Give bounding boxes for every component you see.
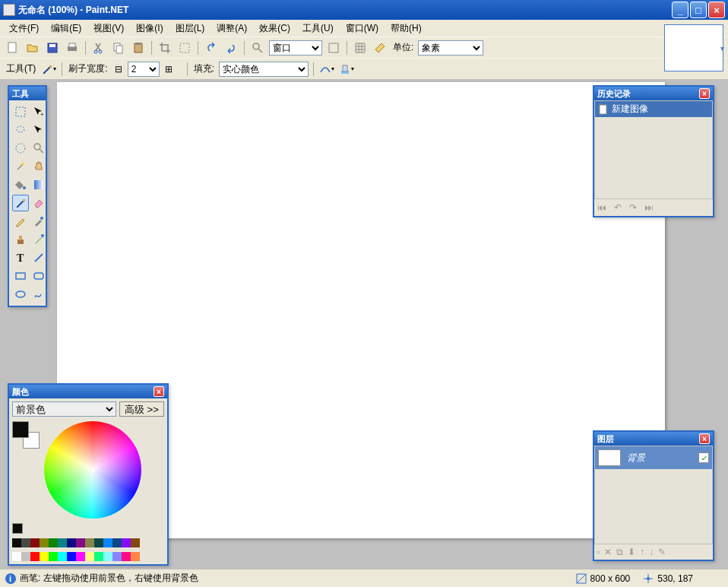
layer-duplicate-button[interactable]: ⧉	[616, 547, 623, 557]
palette-swatch[interactable]	[67, 538, 76, 547]
palette-swatch[interactable]	[103, 552, 112, 561]
menu-view[interactable]: 视图(V)	[87, 21, 130, 36]
tool-pan[interactable]	[30, 158, 47, 175]
tool-magic-wand[interactable]	[12, 158, 29, 175]
brush-decrease-button[interactable]: ⊟	[112, 61, 125, 78]
palette-swatch[interactable]	[103, 538, 112, 547]
layer-up-button[interactable]: ↑	[640, 547, 644, 557]
tool-lasso[interactable]	[12, 122, 29, 138]
tool-zoom[interactable]	[30, 140, 47, 157]
zoom-icon[interactable]	[249, 40, 266, 56]
tool-line[interactable]	[30, 249, 47, 266]
tool-move-selection[interactable]: +	[30, 103, 47, 120]
history-rewind-button[interactable]: ⏮	[597, 202, 606, 213]
palette-swatch[interactable]	[30, 552, 40, 561]
current-tool-icon[interactable]: ▾	[40, 61, 57, 78]
layer-down-button[interactable]: ↓	[649, 547, 654, 557]
palette-swatch[interactable]	[122, 538, 131, 547]
layer-merge-button[interactable]: ⬇	[628, 547, 635, 557]
palette-swatch[interactable]	[40, 552, 49, 561]
palette-swatch[interactable]	[76, 552, 85, 561]
paste-button[interactable]	[130, 40, 147, 56]
deselect-button[interactable]	[176, 40, 193, 56]
colors-panel-title[interactable]: 颜色 ×	[9, 385, 167, 398]
history-undo-button[interactable]: ↶	[614, 202, 622, 213]
palette-swatch[interactable]	[85, 538, 94, 547]
open-button[interactable]	[24, 40, 41, 56]
tool-rectangle[interactable]	[12, 268, 29, 284]
units-select[interactable]: 象素	[418, 40, 483, 56]
tool-ellipse-select[interactable]	[12, 140, 29, 157]
grid-button[interactable]	[352, 40, 369, 56]
color-wheel-picker[interactable]	[91, 468, 96, 473]
minimize-button[interactable]: _	[672, 2, 688, 18]
menu-edit[interactable]: 编辑(E)	[45, 21, 87, 36]
palette-swatch[interactable]	[94, 538, 103, 547]
layers-panel-title[interactable]: 图层 ×	[594, 432, 713, 446]
tool-gradient[interactable]	[30, 176, 47, 193]
color-wheel[interactable]	[44, 421, 141, 519]
tool-freeform[interactable]	[30, 286, 47, 303]
print-button[interactable]	[64, 40, 81, 56]
tool-move[interactable]	[30, 122, 47, 138]
layer-visibility-checkbox[interactable]: ✓	[698, 452, 709, 463]
palette-swatch[interactable]	[49, 552, 58, 561]
thumbnail-menu-icon[interactable]: ▾	[720, 44, 728, 52]
layer-item[interactable]: 背景 ✓	[595, 446, 712, 469]
palette-swatch[interactable]	[76, 538, 85, 547]
palette-swatch[interactable]	[85, 552, 94, 561]
palette-swatch[interactable]	[112, 552, 122, 561]
palette-swatch[interactable]	[21, 538, 30, 547]
palette-swatch[interactable]	[131, 552, 140, 561]
fg-bg-swatches[interactable]	[12, 421, 40, 449]
add-swatch-button[interactable]	[12, 523, 23, 534]
palette-swatch[interactable]	[12, 538, 21, 547]
menu-window[interactable]: 窗口(W)	[340, 21, 385, 36]
tool-eraser[interactable]	[30, 195, 47, 211]
blending-button[interactable]: ▾	[338, 61, 355, 78]
image-thumbnail[interactable]	[664, 24, 723, 71]
tool-color-picker[interactable]	[30, 213, 47, 230]
menu-file[interactable]: 文件(F)	[3, 21, 45, 36]
menu-help[interactable]: 帮助(H)	[385, 21, 428, 36]
palette-swatch[interactable]	[94, 552, 103, 561]
cut-button[interactable]	[90, 40, 107, 56]
maximize-button[interactable]: □	[690, 2, 707, 18]
new-button[interactable]	[5, 40, 21, 56]
palette-swatch[interactable]	[58, 538, 67, 547]
palette-swatch[interactable]	[131, 538, 140, 547]
undo-button[interactable]	[203, 40, 220, 56]
fg-color-swatch[interactable]	[12, 421, 29, 438]
redo-button[interactable]	[223, 40, 239, 56]
colors-close-button[interactable]: ×	[154, 386, 164, 397]
tool-pencil[interactable]	[12, 213, 29, 230]
tool-text[interactable]: T	[12, 249, 29, 266]
menu-effects[interactable]: 效果(C)	[253, 21, 296, 36]
history-forward-button[interactable]: ⏭	[644, 202, 654, 213]
copy-button[interactable]	[110, 40, 127, 56]
menu-layers[interactable]: 图层(L)	[169, 21, 211, 36]
fill-select[interactable]: 实心颜色	[219, 62, 309, 77]
tool-rounded-rect[interactable]	[30, 268, 47, 284]
palette-swatch[interactable]	[12, 552, 21, 561]
layer-delete-button[interactable]: ✕	[604, 547, 612, 557]
tool-brush[interactable]	[12, 195, 29, 211]
tool-ellipse[interactable]	[12, 286, 29, 303]
menu-image[interactable]: 图像(I)	[130, 21, 169, 36]
tool-recolor[interactable]	[30, 231, 47, 248]
palette-swatch[interactable]	[58, 552, 67, 561]
palette-swatch[interactable]	[21, 552, 30, 561]
palette-swatch[interactable]	[30, 538, 40, 547]
menu-tools[interactable]: 工具(U)	[296, 21, 340, 36]
palette-swatch[interactable]	[67, 552, 76, 561]
ruler-button[interactable]	[372, 40, 388, 56]
menu-adjust[interactable]: 调整(A)	[210, 21, 253, 36]
history-panel-title[interactable]: 历史记录 ×	[594, 87, 713, 100]
antialias-button[interactable]: ▾	[318, 61, 335, 78]
tools-panel-title[interactable]: 工具	[9, 87, 46, 100]
brush-increase-button[interactable]: ⊞	[163, 61, 175, 78]
tool-rect-select[interactable]	[12, 103, 29, 120]
history-redo-button[interactable]: ↷	[629, 202, 637, 213]
zoom-actual-button[interactable]	[325, 40, 342, 56]
layer-properties-button[interactable]: ✎	[658, 547, 666, 557]
